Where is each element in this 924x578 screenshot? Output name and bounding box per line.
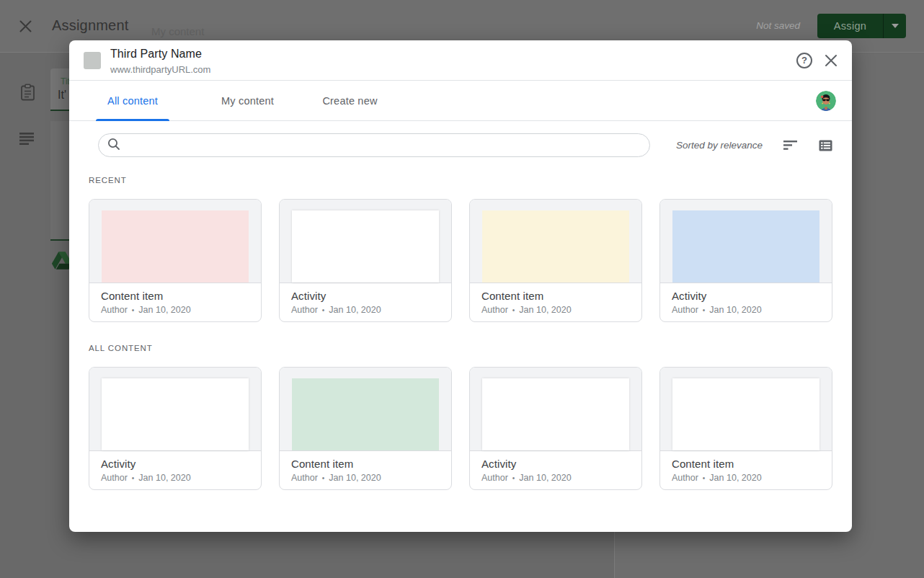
page-title: Assignment: [52, 17, 129, 34]
card-thumbnail-area: [89, 368, 261, 450]
card-title: Content item: [481, 290, 630, 302]
card-thumbnail-area: [470, 200, 641, 283]
card-title: Content item: [291, 458, 440, 470]
section-label: RECENT: [89, 176, 832, 184]
save-status-text: Not saved: [756, 20, 800, 31]
card-thumbnail: [482, 210, 629, 283]
assign-split-button[interactable]: Assign: [817, 14, 906, 38]
tab-my-content[interactable]: My content: [220, 81, 275, 121]
tab-all-content[interactable]: All content: [96, 81, 169, 121]
sort-controls: Sorted by relevance: [676, 133, 832, 157]
assignment-clipboard-icon: [20, 84, 35, 104]
content-card[interactable]: Content itemAuthor•Jan 10, 2020: [89, 199, 262, 322]
card-meta: Author•Jan 10, 2020: [672, 305, 820, 315]
search-icon: [107, 138, 120, 154]
card-thumbnail-area: [660, 200, 832, 283]
tab-create-new[interactable]: Create new: [321, 81, 378, 121]
content-card[interactable]: Content itemAuthor•Jan 10, 2020: [469, 199, 642, 322]
card-date: Jan 10, 2020: [138, 305, 190, 315]
meta-dot-separator: •: [132, 306, 135, 314]
content-card[interactable]: Content itemAuthor•Jan 10, 2020: [659, 367, 832, 490]
card-meta: Author•Jan 10, 2020: [481, 473, 630, 483]
card-thumbnail: [292, 210, 439, 283]
content-card[interactable]: ActivityAuthor•Jan 10, 2020: [89, 367, 262, 490]
provider-url: www.thirdpartyURL.com: [110, 64, 210, 75]
card-date: Jan 10, 2020: [519, 305, 571, 315]
sorted-by-label: Sorted by relevance: [676, 140, 763, 151]
search-input[interactable]: [128, 140, 641, 151]
card-footer: Content itemAuthor•Jan 10, 2020: [660, 450, 832, 483]
back-close-icon[interactable]: [19, 20, 32, 32]
meta-dot-separator: •: [132, 474, 135, 482]
card-date: Jan 10, 2020: [138, 473, 190, 483]
search-box[interactable]: [98, 133, 650, 157]
third-party-picker-dialog: Third Party Name www.thirdpartyURL.com A…: [69, 40, 852, 532]
help-icon[interactable]: [796, 53, 812, 68]
close-icon[interactable]: [824, 53, 838, 68]
card-title: Activity: [291, 290, 440, 302]
card-thumbnail: [672, 378, 819, 450]
meta-dot-separator: •: [512, 474, 515, 482]
card-footer: Content itemAuthor•Jan 10, 2020: [470, 283, 641, 315]
card-thumbnail: [292, 378, 439, 450]
meta-dot-separator: •: [703, 306, 706, 314]
card-footer: Content itemAuthor•Jan 10, 2020: [280, 450, 451, 483]
card-author: Author: [672, 305, 698, 315]
card-footer: ActivityAuthor•Jan 10, 2020: [660, 283, 832, 315]
card-title: Content item: [672, 458, 820, 470]
card-thumbnail-area: [660, 368, 832, 450]
title-field-value: It': [58, 89, 66, 102]
meta-dot-separator: •: [322, 474, 325, 482]
card-footer: ActivityAuthor•Jan 10, 2020: [280, 283, 451, 315]
card-author: Author: [101, 473, 128, 483]
user-avatar[interactable]: [816, 91, 836, 111]
card-grid: ActivityAuthor•Jan 10, 2020Content itemA…: [89, 367, 832, 490]
picker-content: Sorted by relevance: [69, 133, 852, 490]
card-meta: Author•Jan 10, 2020: [481, 305, 630, 315]
card-thumbnail-area: [280, 200, 451, 283]
card-date: Jan 10, 2020: [329, 473, 381, 483]
card-grid: Content itemAuthor•Jan 10, 2020ActivityA…: [89, 199, 832, 322]
card-author: Author: [672, 473, 698, 483]
tab-bar: All content My content Create new: [69, 81, 852, 121]
card-title: Content item: [101, 290, 249, 302]
caret-down-icon: [892, 24, 899, 28]
card-thumbnail-area: [280, 368, 451, 450]
card-meta: Author•Jan 10, 2020: [101, 473, 249, 483]
ghost-tab-label: My content: [151, 25, 204, 37]
card-thumbnail-area: [89, 200, 261, 283]
card-title: Activity: [672, 290, 820, 302]
section-label: ALL CONTENT: [89, 344, 832, 352]
dialog-header: Third Party Name www.thirdpartyURL.com: [69, 40, 852, 81]
content-card[interactable]: ActivityAuthor•Jan 10, 2020: [469, 367, 642, 490]
assign-button[interactable]: Assign: [817, 14, 883, 38]
meta-dot-separator: •: [703, 474, 706, 482]
list-view-icon[interactable]: [819, 140, 832, 151]
card-author: Author: [291, 473, 318, 483]
card-thumbnail-area: [470, 368, 641, 450]
content-card[interactable]: ActivityAuthor•Jan 10, 2020: [279, 199, 452, 322]
card-date: Jan 10, 2020: [709, 473, 761, 483]
card-meta: Author•Jan 10, 2020: [672, 473, 820, 483]
title-field-label: Tit: [61, 76, 70, 86]
card-thumbnail: [482, 378, 629, 450]
provider-name: Third Party Name: [110, 48, 202, 61]
content-card[interactable]: ActivityAuthor•Jan 10, 2020: [659, 199, 832, 322]
meta-dot-separator: •: [322, 306, 325, 314]
card-thumbnail: [102, 210, 249, 283]
card-meta: Author•Jan 10, 2020: [101, 305, 249, 315]
card-author: Author: [481, 305, 508, 315]
content-card[interactable]: Content itemAuthor•Jan 10, 2020: [279, 367, 452, 490]
card-title: Activity: [101, 458, 249, 470]
content-sections: RECENTContent itemAuthor•Jan 10, 2020Act…: [89, 176, 832, 490]
assign-dropdown-button[interactable]: [883, 14, 906, 38]
card-title: Activity: [481, 458, 630, 470]
sort-icon[interactable]: [783, 140, 798, 151]
provider-logo-placeholder: [84, 52, 101, 69]
card-footer: Content itemAuthor•Jan 10, 2020: [89, 283, 261, 315]
description-lines-icon: [19, 133, 35, 148]
card-author: Author: [101, 305, 128, 315]
card-date: Jan 10, 2020: [519, 473, 571, 483]
card-thumbnail: [102, 378, 249, 450]
card-meta: Author•Jan 10, 2020: [291, 473, 440, 483]
